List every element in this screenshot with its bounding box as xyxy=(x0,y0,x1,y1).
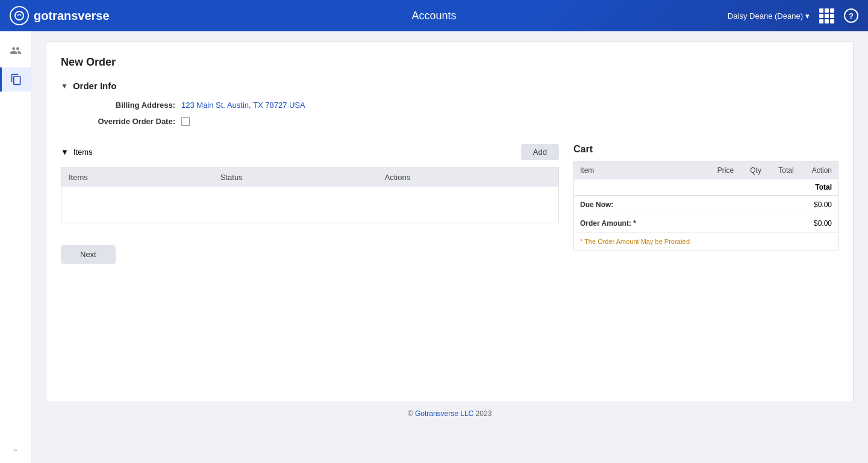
main-content: New Order ▼ Order Info Billing Address: … xyxy=(31,31,868,463)
items-empty-row xyxy=(61,187,559,223)
apps-icon[interactable] xyxy=(819,8,834,23)
sidebar-item-accounts[interactable] xyxy=(4,39,28,63)
footer: © Gotransverse LLC 2023 xyxy=(46,402,854,425)
sidebar-expand[interactable]: » xyxy=(8,441,22,458)
order-amount-row: Order Amount: * $0.00 xyxy=(574,214,838,233)
order-amount-label: Order Amount: * xyxy=(580,219,636,228)
cart-summary: Due Now: $0.00 Order Amount: * $0.00 * T… xyxy=(573,196,838,250)
header-title: Accounts xyxy=(411,10,456,22)
logo[interactable]: gotransverse xyxy=(10,6,110,25)
sidebar: » xyxy=(0,31,31,463)
cart-total-label-row: Total xyxy=(574,179,838,196)
items-section: ▼ Items Add Items Status Actions xyxy=(61,144,559,223)
dropdown-arrow: ▾ xyxy=(805,11,810,20)
sidebar-bottom: » xyxy=(8,441,22,458)
header-right: Daisy Deane (Deane) ▾ ? xyxy=(728,8,858,23)
username: Daisy Deane (Deane) xyxy=(728,11,803,20)
add-button[interactable]: Add xyxy=(521,144,559,160)
cart-col-price: Price xyxy=(706,161,740,180)
order-info-label: Order Info xyxy=(73,81,117,91)
header: gotransverse Accounts Daisy Deane (Deane… xyxy=(0,0,868,31)
items-col-actions: Actions xyxy=(378,168,559,187)
billing-address-value[interactable]: 123 Main St. Austin, TX 78727 USA xyxy=(181,101,305,110)
items-header-left: ▼ Items xyxy=(61,148,93,157)
logo-text: gotransverse xyxy=(34,9,110,23)
sidebar-item-orders[interactable] xyxy=(0,67,31,92)
user-menu[interactable]: Daisy Deane (Deane) ▾ xyxy=(728,11,810,20)
override-date-label: Override Order Date: xyxy=(85,117,181,126)
footer-year: 2023 xyxy=(476,409,492,418)
help-icon[interactable]: ? xyxy=(844,8,858,23)
cart-table: Item Price Qty Total Action xyxy=(573,161,838,196)
two-col-layout: ▼ Items Add Items Status Actions xyxy=(61,144,838,264)
order-info-chevron: ▼ xyxy=(61,82,68,90)
billing-address-label: Billing Address: xyxy=(85,101,181,110)
override-date-checkbox[interactable] xyxy=(181,117,190,126)
cart-col-total: Total xyxy=(767,161,800,180)
content-card: New Order ▼ Order Info Billing Address: … xyxy=(46,41,854,402)
cart-col: Cart Item Price Qty Total Action xyxy=(573,144,838,264)
items-header: ▼ Items Add xyxy=(61,144,559,160)
cart-total-header: Total xyxy=(815,183,832,191)
due-now-label: Due Now: xyxy=(580,200,613,209)
help-label: ? xyxy=(849,11,854,20)
items-col: ▼ Items Add Items Status Actions xyxy=(61,144,559,264)
items-table: Items Status Actions xyxy=(61,167,559,223)
cart-col-qty: Qty xyxy=(740,161,767,180)
billing-address-row: Billing Address: 123 Main St. Austin, TX… xyxy=(61,101,838,110)
items-section-label: Items xyxy=(73,148,93,157)
cart-title: Cart xyxy=(573,144,838,155)
layout: » New Order ▼ Order Info Billing Address… xyxy=(0,31,868,463)
items-col-status: Status xyxy=(213,168,378,187)
page-title: New Order xyxy=(61,56,838,69)
next-button[interactable]: Next xyxy=(61,245,116,264)
company-link[interactable]: Gotransverse LLC xyxy=(415,409,473,418)
due-now-row: Due Now: $0.00 xyxy=(574,196,838,214)
order-info-section: ▼ Order Info Billing Address: 123 Main S… xyxy=(61,81,838,126)
order-info-header: ▼ Order Info xyxy=(61,81,838,91)
order-amount-value: $0.00 xyxy=(814,219,832,228)
cart-col-action: Action xyxy=(800,161,838,180)
copyright-symbol: © xyxy=(408,409,413,418)
due-now-value: $0.00 xyxy=(814,200,832,209)
svg-point-0 xyxy=(15,11,23,20)
items-chevron: ▼ xyxy=(61,148,69,157)
cart-col-item: Item xyxy=(574,161,707,180)
logo-icon xyxy=(10,6,29,25)
override-date-row: Override Order Date: xyxy=(61,117,838,126)
prorate-note: * The Order Amount May be Prorated xyxy=(574,233,838,250)
items-col-items: Items xyxy=(61,168,213,187)
